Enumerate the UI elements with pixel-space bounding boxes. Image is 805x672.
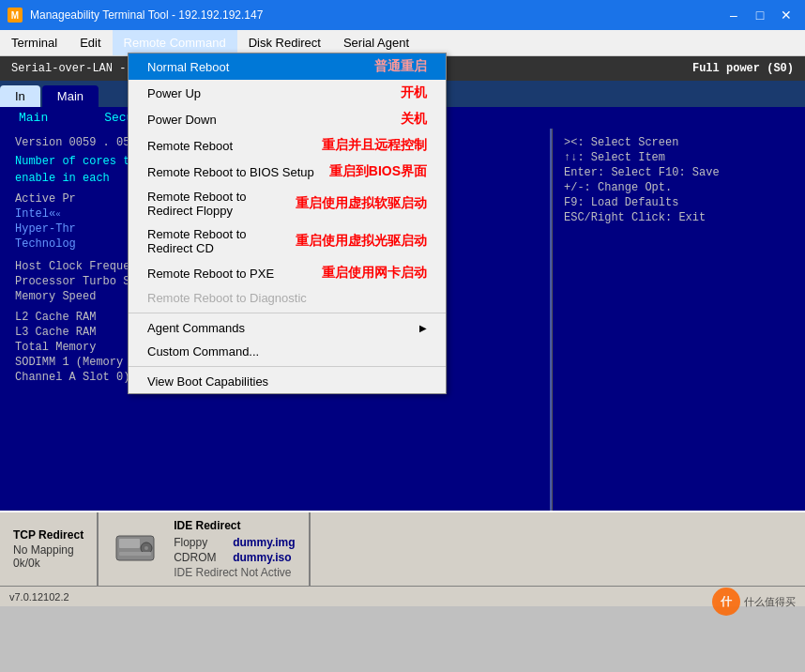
tcp-redirect-title: TCP Redirect [13,528,84,542]
dropdown-item-power-down[interactable]: Power Down 关机 [129,106,446,132]
ide-floppy-value: dummy.img [233,536,295,549]
svg-point-3 [144,546,148,550]
dropdown-item-redirect-cd[interactable]: Remote Reboot to Redirect CD 重启使用虚拟光驱启动 [129,222,446,260]
dropdown-label-redirect-floppy: Remote Reboot to Redirect Floppy [147,190,288,218]
ide-icon-container [112,525,159,574]
svg-rect-4 [119,552,151,556]
ide-redirect-section: IDE Redirect Floppy dummy.img CDROM dumm… [99,512,310,586]
dropdown-chinese-normal-reboot: 普通重启 [374,58,427,75]
ide-drive-icon [112,525,159,572]
dropdown-item-normal-reboot[interactable]: Normal Reboot 普通重启 [129,53,446,80]
title-bar-text: Manageability Terminal Tool - 192.192.19… [30,8,715,22]
dropdown-item-redirect-floppy[interactable]: Remote Reboot to Redirect Floppy 重启使用虚拟软… [129,185,446,222]
status-right: Full power (S0) [692,62,794,75]
watermark-text: 什么值得买 [744,595,796,609]
version-bar: v7.0.12102.2 [0,586,805,606]
ide-cdrom-label: CDROM [174,551,225,564]
bios-hint-0: ><: Select Screen [564,136,794,149]
dropdown-arrow-agent: ▶ [419,323,427,333]
maximize-button[interactable]: □ [749,6,771,24]
watermark: 什 什么值得买 [712,588,796,616]
ide-cdrom-value: dummy.iso [233,551,291,564]
status-left: Serial-over-LAN - C [11,62,140,75]
ide-floppy-label: Floppy [174,536,225,549]
bios-hint-4: F9: Load Defaults [564,196,794,209]
dropdown-separator-2 [129,366,446,367]
ide-redirect-title: IDE Redirect [174,519,295,532]
bios-hint-1: ↑↓: Select Item [564,151,794,164]
menu-serial-agent[interactable]: Serial Agent [332,30,420,55]
dropdown-label-power-up: Power Up [147,86,393,100]
app-icon: M [8,8,23,23]
ide-info-panel: IDE Redirect Floppy dummy.img CDROM dumm… [174,519,295,579]
dropdown-label-power-down: Power Down [147,113,393,127]
dropdown-chinese-remote-reboot: 重启并且远程控制 [322,137,427,154]
dropdown-chinese-power-down: 关机 [401,111,427,128]
menu-edit[interactable]: Edit [68,30,112,55]
dropdown-chinese-redirect-floppy: 重启使用虚拟软驱启动 [296,195,427,212]
tab-main[interactable]: Main [42,85,99,107]
bios-hint-2: Enter: Select F10: Save [564,166,794,179]
dropdown-item-pxe[interactable]: Remote Reboot to PXE 重启使用网卡启动 [129,260,446,286]
tcp-redirect-line2: 0k/0k [13,557,84,570]
dropdown-item-power-up[interactable]: Power Up 开机 [129,80,446,106]
dropdown-label-custom-command: Custom Command... [147,344,427,359]
svg-rect-1 [119,539,140,548]
dropdown-chinese-redirect-cd: 重启使用虚拟光驱启动 [296,233,427,250]
ide-cdrom-row: CDROM dummy.iso [174,551,295,564]
bottom-bar: TCP Redirect No Mapping 0k/0k IDE Redire… [0,511,805,586]
bios-hint-3: +/-: Change Opt. [564,181,794,194]
dropdown-item-bios-setup[interactable]: Remote Reboot to BIOS Setup 重启到BIOS界面 [129,159,446,185]
menu-terminal[interactable]: Terminal [0,30,68,55]
dropdown-chinese-bios-setup: 重启到BIOS界面 [329,163,427,180]
bios-hint-5: ESC/Right Click: Exit [564,211,794,224]
dropdown-label-bios-setup: Remote Reboot to BIOS Setup [147,165,322,179]
bios-intel-text: Intel« [15,207,55,221]
version-text: v7.0.12102.2 [9,591,69,603]
tab-in[interactable]: In [0,85,40,107]
dropdown-label-diagnostic: Remote Reboot to Diagnostic [147,291,427,305]
dropdown-item-agent-commands[interactable]: Agent Commands ▶ [129,316,446,340]
watermark-icon: 什 [712,588,740,616]
dropdown-chinese-power-up: 开机 [401,84,427,101]
ide-status: IDE Redirect Not Active [174,566,295,579]
ide-floppy-row: Floppy dummy.img [174,536,295,549]
title-bar: M Manageability Terminal Tool - 192.192.… [0,0,805,30]
dropdown-label-remote-reboot: Remote Reboot [147,139,314,153]
tcp-redirect-line1: No Mapping [13,543,84,557]
minimize-button[interactable]: – [722,6,745,24]
dropdown-label-pxe: Remote Reboot to PXE [147,267,314,281]
bios-col-main: Main [19,111,48,125]
dropdown-label-view-boot: View Boot Capabilities [147,374,427,389]
tcp-redirect-section: TCP Redirect No Mapping 0k/0k [0,512,99,586]
close-button[interactable]: ✕ [775,6,797,24]
dropdown-label-redirect-cd: Remote Reboot to Redirect CD [147,227,288,255]
bios-right-panel: ><: Select Screen ↑↓: Select Item Enter:… [552,129,805,511]
dropdown-menu[interactable]: Normal Reboot 普通重启 Power Up 开机 Power Dow… [128,53,447,394]
dropdown-separator-1 [129,313,446,313]
dropdown-item-custom-command[interactable]: Custom Command... [129,340,446,363]
dropdown-item-diagnostic[interactable]: Remote Reboot to Diagnostic [129,286,446,310]
dropdown-item-view-boot[interactable]: View Boot Capabilities [129,370,446,393]
dropdown-item-remote-reboot[interactable]: Remote Reboot 重启并且远程控制 [129,132,446,159]
dropdown-label-normal-reboot: Normal Reboot [147,60,367,74]
title-bar-controls: – □ ✕ [722,6,797,24]
dropdown-chinese-pxe: 重启使用网卡启动 [322,265,427,282]
menu-disk-redirect[interactable]: Disk Redirect [237,30,332,55]
menu-remote-command[interactable]: Remote Command [113,30,237,55]
dropdown-label-agent-commands: Agent Commands [147,321,419,335]
